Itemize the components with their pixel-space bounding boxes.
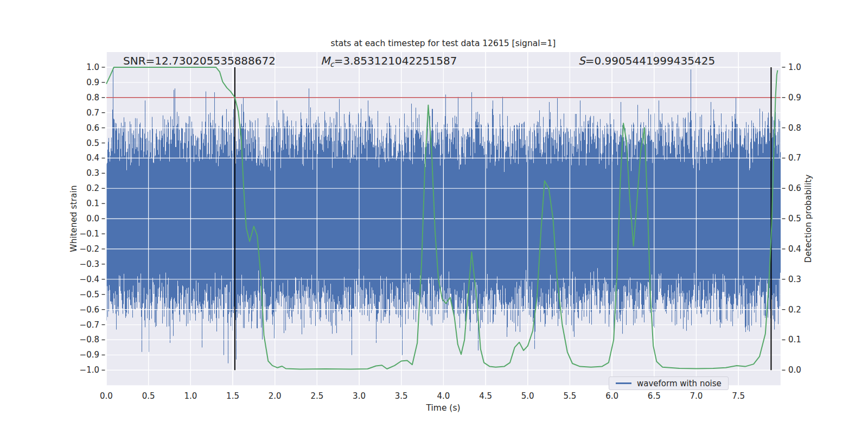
y-tick-label-left: 0.8 [86,93,99,103]
annotation-score: S=0.9905441999435425 [578,54,715,67]
y-tick-label-left: −0.2 [80,244,99,254]
y-tick-label-right: 0.9 [788,93,801,103]
x-tick-label: 1.0 [184,391,197,401]
chart-title: stats at each timestep for test data 126… [331,39,556,48]
y-tick-label-left: −0.9 [80,350,99,360]
x-tick-label: 2.0 [269,391,282,401]
y-tick-label-left: 0.3 [86,168,99,178]
x-tick-label: 1.5 [226,391,239,401]
y-tick-label-left: −0.5 [80,290,99,299]
y-tick-label-left: 0.9 [86,78,99,87]
y-tick-label-right: 0.5 [788,214,801,224]
y-tick-label-right: 0.1 [788,335,801,344]
y-tick-label-left: 0.6 [86,123,99,133]
y-axis-label-left: Whitened strain [69,185,79,252]
chirp-mass-subscript: c [330,60,334,68]
x-axis-label: Time (s) [426,403,460,413]
x-tick-label: 0.5 [142,391,155,401]
x-tick-label: 6.0 [605,391,618,401]
x-tick-label: 4.0 [437,391,450,401]
y-tick-label-left: −0.3 [80,259,99,269]
score-value: =0.9905441999435425 [585,54,715,67]
x-tick-label: 3.5 [395,391,408,401]
y-tick-label-left: 1.0 [86,62,99,72]
y-tick-label-left: 0.5 [86,138,99,148]
y-tick-label-left: −0.6 [80,305,99,315]
y-tick-label-left: −0.1 [80,229,99,239]
x-tick-label: 5.5 [563,391,576,401]
y-tick-label-right: 0.3 [788,275,801,284]
chirp-mass-value: =3.853121042251587 [334,54,457,67]
x-tick-label: 7.5 [732,391,745,401]
x-tick-label: 4.5 [479,391,492,401]
y-tick-label-left: 0.7 [86,108,99,118]
y-tick-label-left: 0.1 [86,199,99,208]
y-tick-label-right: 0.4 [788,244,801,254]
y-tick-label-left: −1.0 [80,365,99,375]
y-tick-label-right: 0.0 [788,365,801,375]
y-tick-label-right: 1.0 [788,62,801,72]
y-axis-label-right: Detection probability [803,175,813,263]
annotation-chirp-mass: Mc=3.853121042251587 [321,54,457,67]
y-tick-label-left: 0.0 [86,214,99,224]
y-tick-label-left: −0.7 [80,320,99,330]
y-tick-label-left: −0.4 [80,275,99,284]
y-tick-label-right: 0.6 [788,183,801,193]
x-tick-label: 7.0 [690,391,703,401]
score-symbol: S [578,54,585,67]
x-tick-label: 0.0 [100,391,113,401]
chirp-mass-symbol: M [321,54,330,67]
y-tick-label-right: 0.8 [788,123,801,133]
y-tick-label-right: 0.7 [788,153,801,163]
y-tick-label-left: −0.8 [80,335,99,344]
figure: −1.0−0.9−0.8−0.7−0.6−0.5−0.4−0.3−0.2−0.1… [0,0,868,434]
y-tick-label-right: 0.2 [788,305,801,315]
x-tick-label: 6.5 [648,391,661,401]
y-tick-label-left: 0.4 [86,153,99,163]
legend-line-swatch [616,382,631,384]
x-tick-label: 5.0 [521,391,534,401]
y-tick-label-left: 0.2 [86,183,99,193]
legend-label: waveform with noise [637,379,722,388]
legend: waveform with noise [609,376,729,390]
x-tick-label: 2.5 [310,391,323,401]
x-tick-label: 3.0 [353,391,366,401]
annotation-snr: SNR=12.730205535888672 [123,54,276,67]
